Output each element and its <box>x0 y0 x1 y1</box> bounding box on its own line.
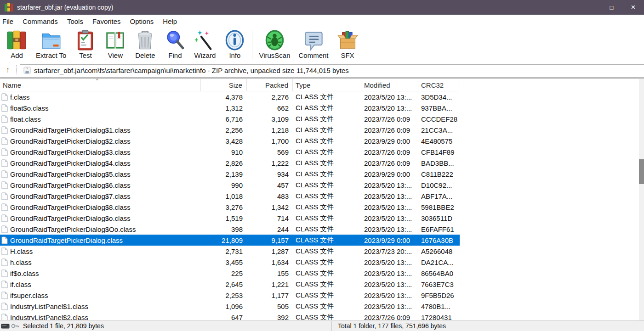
maximize-button[interactable]: □ <box>601 0 622 15</box>
address-bar: ↑ starfarer_obf.jar\com\fs\starfarer\cam… <box>0 63 644 77</box>
disk-drive-icon[interactable] <box>1 322 10 330</box>
table-row[interactable]: GroundRaidTargetPickerDialog$7.class 1,0… <box>0 191 460 202</box>
column-header-type[interactable]: Type <box>293 79 361 91</box>
menu-favorites[interactable]: Favorites <box>88 15 125 28</box>
file-size: 2,731 <box>201 247 247 255</box>
table-row[interactable]: GroundRaidTargetPickerDialog$5.class 2,1… <box>0 168 460 180</box>
file-modified: 2023/7/23 20:... <box>361 247 418 255</box>
find-button[interactable]: Find <box>160 28 190 59</box>
file-crc32: 5981BBE2 <box>418 203 458 211</box>
extract-folder-icon <box>40 29 62 51</box>
up-directory-button[interactable]: ↑ <box>1 64 14 76</box>
file-modified: 2023/7/26 0:09 <box>361 148 418 156</box>
file-packed: 244 <box>247 225 293 233</box>
virusscan-button[interactable]: VirusScan <box>255 28 294 59</box>
minimize-button[interactable]: — <box>579 0 601 15</box>
file-packed: 483 <box>247 192 293 200</box>
table-row[interactable]: if.class 2,645 1,221 CLASS 文件 2023/5/20 … <box>0 279 460 290</box>
vertical-scrollbar[interactable] <box>639 79 644 320</box>
info-button[interactable]: Info <box>220 28 250 59</box>
menu-help[interactable]: Help <box>158 15 182 28</box>
table-row[interactable]: float.class 6,716 3,109 CLASS 文件 2023/7/… <box>0 113 460 124</box>
sort-ascending-icon: ^ <box>96 78 98 83</box>
file-name: GroundRaidTargetPickerDialog$8.class <box>10 203 131 211</box>
table-row[interactable]: GroundRaidTargetPickerDialog$o.class 1,5… <box>0 213 460 224</box>
sfx-button[interactable]: SFX <box>333 28 363 59</box>
table-row[interactable]: float$o.class 1,312 662 CLASS 文件 2023/5/… <box>0 102 460 113</box>
file-modified: 2023/5/20 13:... <box>361 292 418 299</box>
column-header-size[interactable]: Size <box>201 79 247 91</box>
file-name: H.class <box>10 247 33 255</box>
view-button[interactable]: View <box>100 28 130 59</box>
scrollbar-thumb[interactable] <box>639 159 644 184</box>
file-modified: 2023/5/20 13:... <box>361 214 418 222</box>
menu-tools[interactable]: Tools <box>63 15 88 28</box>
wizard-button[interactable]: Wizard <box>190 28 220 59</box>
comment-button[interactable]: Comment <box>295 28 333 59</box>
file-crc32: 937BBA... <box>418 104 458 112</box>
file-modified: 2023/5/20 13:... <box>361 303 418 310</box>
file-name: if.class <box>10 281 31 288</box>
table-row[interactable]: H.class 2,731 1,287 CLASS 文件 2023/7/23 2… <box>0 246 460 257</box>
file-type: CLASS 文件 <box>293 148 361 157</box>
file-size: 225 <box>201 269 247 277</box>
file-page-icon <box>1 214 8 222</box>
file-type: CLASS 文件 <box>293 214 361 223</box>
table-row[interactable]: IndustryListPanel$2.class 647 392 CLASS … <box>0 312 460 320</box>
table-row[interactable]: GroundRaidTargetPickerDialog$Oo.class 39… <box>0 224 460 235</box>
file-type: CLASS 文件 <box>293 115 361 123</box>
column-header-name[interactable]: Name <box>0 79 201 91</box>
extract-to-button[interactable]: Extract To <box>32 28 70 59</box>
file-name: float.class <box>10 115 41 123</box>
file-name: IndustryListPanel$1.class <box>10 303 88 310</box>
table-row[interactable]: ifsuper.class 2,253 1,177 CLASS 文件 2023/… <box>0 290 460 301</box>
column-header-packed[interactable]: Packed <box>247 79 293 91</box>
table-row[interactable]: GroundRaidTargetPickerDialog$3.class 910… <box>0 146 460 157</box>
menu-commands[interactable]: Commands <box>18 15 63 28</box>
file-packed: 569 <box>247 148 293 156</box>
file-page-icon <box>1 137 8 145</box>
address-combobox[interactable]: starfarer_obf.jar\com\fs\starfarer\campa… <box>20 64 644 76</box>
test-button[interactable]: Test <box>70 28 100 59</box>
table-row[interactable]: GroundRaidTargetPickerDialog$1.class 2,2… <box>0 124 460 135</box>
table-row[interactable]: GroundRaidTargetPickerDialog.class 21,80… <box>0 235 460 246</box>
file-modified: 2023/5/20 13:... <box>361 203 418 211</box>
file-crc32: 3D5D34... <box>418 93 458 101</box>
file-modified: 2023/5/20 13:... <box>361 269 418 277</box>
file-packed: 392 <box>247 314 293 320</box>
file-packed: 1,287 <box>247 247 293 255</box>
file-type: CLASS 文件 <box>293 258 361 267</box>
file-name: GroundRaidTargetPickerDialog$3.class <box>10 148 131 156</box>
table-row[interactable]: GroundRaidTargetPickerDialog$4.class 2,8… <box>0 157 460 168</box>
file-size: 990 <box>201 181 247 189</box>
table-row[interactable]: h.class 3,455 1,634 CLASS 文件 2023/5/20 1… <box>0 257 460 268</box>
file-page-icon <box>1 159 8 167</box>
table-row[interactable]: IndustryListPanel$1.class 1,096 505 CLAS… <box>0 301 460 312</box>
file-crc32: CCCDEF28 <box>418 115 458 123</box>
table-row[interactable]: GroundRaidTargetPickerDialog$8.class 3,2… <box>0 202 460 213</box>
file-crc32: 1676A30B <box>418 236 458 244</box>
column-header-modified[interactable]: Modified <box>361 79 418 91</box>
file-modified: 2023/9/29 0:00 <box>361 236 418 244</box>
column-header-crc32[interactable]: CRC32 <box>418 79 458 91</box>
delete-button[interactable]: Delete <box>130 28 160 59</box>
menu-options[interactable]: Options <box>125 15 159 28</box>
table-row[interactable]: f.class 4,378 2,276 CLASS 文件 2023/5/20 1… <box>0 91 460 102</box>
file-crc32: 3036511D <box>418 214 458 222</box>
file-size: 2,645 <box>201 281 247 288</box>
table-row[interactable]: GroundRaidTargetPickerDialog$6.class 990… <box>0 180 460 191</box>
file-size: 21,809 <box>201 236 247 244</box>
add-button[interactable]: Add <box>2 28 32 59</box>
tool-label: SFX <box>341 51 354 59</box>
file-name: GroundRaidTargetPickerDialog.class <box>10 236 123 244</box>
table-row[interactable]: GroundRaidTargetPickerDialog$2.class 3,4… <box>0 135 460 146</box>
column-headers: ^ Name Size Packed Type Modified CRC32 <box>0 79 458 91</box>
menu-file[interactable]: File <box>0 15 18 28</box>
file-name: GroundRaidTargetPickerDialog$5.class <box>10 170 131 178</box>
file-page-icon <box>1 126 8 134</box>
file-size: 1,096 <box>201 303 247 310</box>
file-packed: 1,634 <box>247 258 293 266</box>
key-icon[interactable] <box>11 322 19 330</box>
table-row[interactable]: if$o.class 225 155 CLASS 文件 2023/5/20 13… <box>0 268 460 279</box>
close-button[interactable]: × <box>622 0 644 15</box>
